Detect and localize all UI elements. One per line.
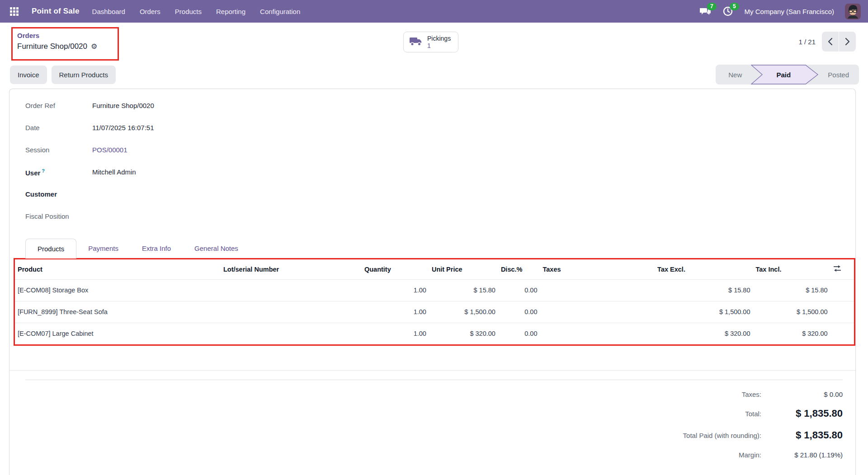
top-navbar: Point of Sale Dashboard Orders Products … xyxy=(0,0,868,23)
quantity-cell: 1.00 xyxy=(362,279,429,301)
fiscal-position-label: Fiscal Position xyxy=(25,212,92,220)
optional-columns-icon[interactable] xyxy=(833,266,841,273)
menu-dashboard[interactable]: Dashboard xyxy=(92,8,125,15)
total-paid-value: $ 1,835.80 xyxy=(761,429,843,441)
session-link[interactable]: POS/00001 xyxy=(92,145,127,154)
invoice-button[interactable]: Invoice xyxy=(10,66,47,84)
pager-next-button[interactable] xyxy=(839,32,856,52)
status-new[interactable]: New xyxy=(719,71,751,79)
quantity-cell: 1.00 xyxy=(362,301,429,323)
grand-total-row: Total: $ 1,835.80 xyxy=(745,403,843,424)
product-link[interactable]: [E-COM08] Storage Box xyxy=(15,279,221,301)
tax-incl-cell: $ 1,500.00 xyxy=(753,301,830,323)
pickings-smart-button[interactable]: Pickings 1 xyxy=(403,32,458,52)
col-lot-header[interactable]: Lot/serial Number xyxy=(221,259,362,279)
status-paid[interactable]: Paid xyxy=(751,65,819,85)
table-row[interactable]: [E-COM07] Large Cabinet 1.00 $ 320.00 0.… xyxy=(15,323,854,344)
menu-orders[interactable]: Orders xyxy=(140,8,160,15)
order-ref-value[interactable]: Furniture Shop/0020 xyxy=(92,101,154,109)
col-unit-price-header[interactable]: Unit Price xyxy=(429,259,498,279)
breadcrumb-orders-link[interactable]: Orders xyxy=(17,31,113,40)
tax-excl-cell: $ 1,500.00 xyxy=(655,301,753,323)
table-row[interactable]: [FURN_8999] Three-Seat Sofa 1.00 $ 1,500… xyxy=(15,301,854,323)
col-quantity-header[interactable]: Quantity xyxy=(362,259,429,279)
lot-cell xyxy=(221,301,362,323)
order-ref-label: Order Ref xyxy=(25,101,92,109)
product-link[interactable]: [FURN_8999] Three-Seat Sofa xyxy=(15,301,221,323)
help-icon[interactable]: ? xyxy=(42,168,45,174)
pager-previous-button[interactable] xyxy=(822,32,839,52)
total-paid-row: Total Paid (with rounding): $ 1,835.80 xyxy=(683,424,843,446)
activities-icon[interactable]: 5 xyxy=(722,6,734,17)
taxes-cell xyxy=(540,323,655,344)
unit-price-cell: $ 320.00 xyxy=(429,323,498,344)
form-sheet: Order Ref Furniture Shop/0020 Date 11/07… xyxy=(9,89,856,475)
tab-products[interactable]: Products xyxy=(25,239,76,259)
action-bar: Invoice Return Products New Paid Posted xyxy=(0,61,868,89)
messages-icon[interactable]: 7 xyxy=(699,6,711,17)
col-tax-excl-header[interactable]: Tax Excl. xyxy=(655,259,753,279)
empty-line-area[interactable] xyxy=(9,346,855,371)
disc-cell: 0.00 xyxy=(498,301,540,323)
form-fields: Order Ref Furniture Shop/0020 Date 11/07… xyxy=(9,89,855,234)
field-user: User? Mitchell Admin xyxy=(25,167,855,189)
col-taxes-header[interactable]: Taxes xyxy=(540,259,655,279)
disc-cell: 0.00 xyxy=(498,323,540,344)
field-session: Session POS/00001 xyxy=(25,145,855,167)
action-gear-icon[interactable]: ⚙ xyxy=(91,43,97,50)
statusbar: New Paid Posted xyxy=(716,65,859,85)
tax-excl-cell: $ 320.00 xyxy=(655,323,753,344)
menu-products[interactable]: Products xyxy=(175,8,202,15)
session-label: Session xyxy=(25,145,92,154)
control-panel: Orders Furniture Shop/0020 ⚙ Pickings 1 … xyxy=(0,23,868,61)
tax-incl-cell: $ 320.00 xyxy=(753,323,830,344)
user-label: User? xyxy=(25,167,92,177)
margin-value: $ 21.80 (1.19%) xyxy=(761,451,843,459)
page-title: Furniture Shop/0020 xyxy=(17,41,87,52)
menu-reporting[interactable]: Reporting xyxy=(216,8,245,15)
unit-price-cell: $ 15.80 xyxy=(429,279,498,301)
pickings-count: 1 xyxy=(427,42,451,49)
col-tax-incl-header[interactable]: Tax Incl. xyxy=(753,259,830,279)
tab-general-notes[interactable]: General Notes xyxy=(183,238,250,258)
pager: 1 / 21 xyxy=(798,32,856,52)
breadcrumb: Orders Furniture Shop/0020 ⚙ xyxy=(11,27,119,61)
company-switcher[interactable]: My Company (San Francisco) xyxy=(745,8,834,15)
tax-excl-cell: $ 15.80 xyxy=(655,279,753,301)
date-value[interactable]: 11/07/2025 16:07:51 xyxy=(92,123,154,132)
menu-configuration[interactable]: Configuration xyxy=(260,8,300,15)
truck-icon xyxy=(409,36,423,48)
table-header-row: Product Lot/serial Number Quantity Unit … xyxy=(15,259,854,279)
lot-cell xyxy=(221,279,362,301)
table-row[interactable]: [E-COM08] Storage Box 1.00 $ 15.80 0.00 … xyxy=(15,279,854,301)
app-title[interactable]: Point of Sale xyxy=(32,7,80,16)
return-products-button[interactable]: Return Products xyxy=(52,66,116,84)
annotation-box-table: Product Lot/serial Number Quantity Unit … xyxy=(14,258,855,346)
field-fiscal-position: Fiscal Position xyxy=(25,212,855,234)
grand-total-value: $ 1,835.80 xyxy=(761,408,843,419)
unit-price-cell: $ 1,500.00 xyxy=(429,301,498,323)
user-value[interactable]: Mitchell Admin xyxy=(92,167,136,176)
pager-value: 1 / 21 xyxy=(798,38,816,46)
status-posted[interactable]: Posted xyxy=(819,71,858,79)
tax-incl-cell: $ 15.80 xyxy=(753,279,830,301)
col-disc-header[interactable]: Disc.% xyxy=(498,259,540,279)
order-totals: Taxes: $ 0.00 Total: $ 1,835.80 Total Pa… xyxy=(9,380,855,463)
tab-payments[interactable]: Payments xyxy=(76,238,130,258)
taxes-total-row: Taxes: $ 0.00 xyxy=(742,386,843,403)
user-avatar[interactable] xyxy=(845,4,861,19)
col-product-header[interactable]: Product xyxy=(15,259,221,279)
tab-extra-info[interactable]: Extra Info xyxy=(130,238,183,258)
taxes-total-label: Taxes: xyxy=(742,390,761,398)
apps-grid-icon[interactable] xyxy=(8,5,20,17)
total-paid-label: Total Paid (with rounding): xyxy=(683,432,761,439)
taxes-total-value: $ 0.00 xyxy=(761,390,843,398)
date-label: Date xyxy=(25,123,92,132)
product-lines-table: Product Lot/serial Number Quantity Unit … xyxy=(15,259,854,344)
taxes-cell xyxy=(540,301,655,323)
disc-cell: 0.00 xyxy=(498,279,540,301)
field-customer: Customer xyxy=(25,189,855,212)
product-link[interactable]: [E-COM07] Large Cabinet xyxy=(15,323,221,344)
customer-label: Customer xyxy=(25,189,92,198)
pickings-label: Pickings xyxy=(427,35,451,42)
